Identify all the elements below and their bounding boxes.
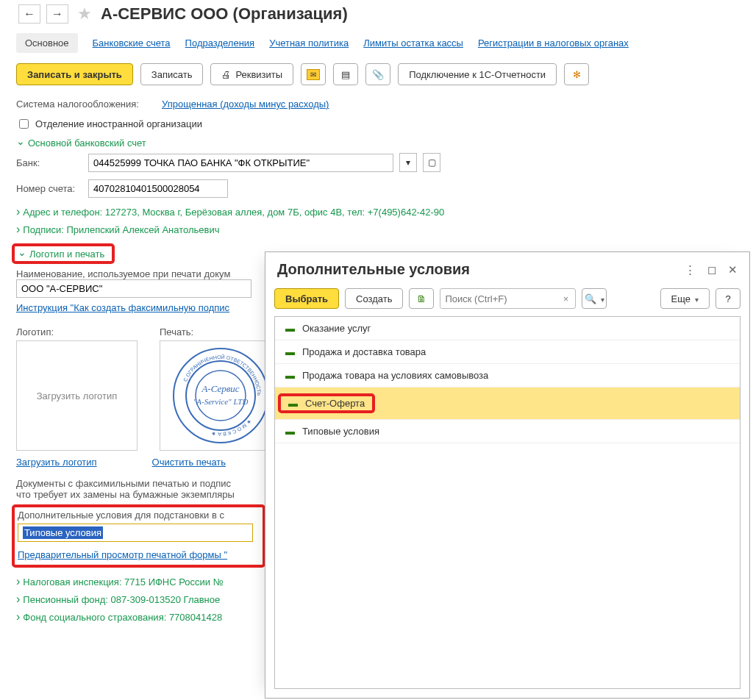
logo-label: Логотип: (16, 326, 138, 338)
tab-divisions[interactable]: Подразделения (185, 38, 255, 49)
favorite-star-icon[interactable]: ★ (77, 4, 92, 24)
main-toolbar: Записать и закрыть Записать 🖨 Реквизиты … (0, 62, 753, 99)
clear-stamp-link[interactable]: Очистить печать (152, 457, 226, 468)
chevron-right-icon (16, 205, 20, 218)
section-tax-inspection-label: Налоговая инспекция: 7715 ИФНС России № (23, 576, 223, 588)
page-title: А-СЕРВИС ООО (Организация) (101, 4, 348, 24)
dialog-restore-icon[interactable]: ◻ (707, 263, 716, 276)
list-item-icon: ▬ (285, 323, 295, 334)
list-item[interactable]: ▬ Типовые условия (275, 420, 740, 443)
printer-icon: 🖨 (221, 69, 231, 80)
bank-input[interactable] (88, 154, 393, 172)
section-signatures-label: Подписи: Прилепский Алексей Анатольевич (23, 224, 219, 235)
chevron-right-icon (16, 223, 20, 236)
print-name-input[interactable] (16, 279, 251, 298)
dialog-select-button[interactable]: Выбрать (274, 288, 339, 309)
tab-cash-limits[interactable]: Лимиты остатка кассы (363, 38, 463, 49)
section-address[interactable]: Адрес и телефон: 127273, Москва г, Берёз… (16, 205, 737, 218)
section-social-insurance-label: Фонд социального страхования: 7708041428 (23, 612, 222, 623)
mail-button[interactable]: ✉ (301, 63, 326, 85)
requisites-label: Реквизиты (235, 69, 282, 80)
tax-system-label: Система налогообложения: (16, 99, 156, 110)
new-doc-icon: 🗎 (417, 293, 427, 304)
svg-point-0 (174, 349, 268, 443)
list-item[interactable]: ▬ Оказание услуг (275, 317, 740, 340)
save-label: Записать (151, 69, 193, 80)
list-item-icon: ▬ (285, 426, 295, 437)
requisites-button[interactable]: 🖨 Реквизиты (210, 63, 293, 85)
nav-forward-button[interactable]: → (46, 4, 68, 24)
dialog-search-wrap: × (440, 288, 576, 309)
svg-text:"A-Service" LTD: "A-Service" LTD (193, 397, 248, 406)
mail-icon: ✉ (307, 69, 320, 80)
paperclip-icon: 📎 (372, 69, 384, 80)
list-item-selected[interactable]: ▬ Счет-Оферта (275, 388, 740, 420)
tab-tax-reg[interactable]: Регистрации в налоговых органах (478, 38, 629, 49)
dialog-title: Дополнительные условия (277, 261, 470, 278)
list-item-icon: ▬ (285, 370, 295, 381)
dialog-select-label: Выбрать (285, 293, 328, 304)
chevron-down-icon (18, 248, 26, 260)
dialog-more-label: Еще (671, 293, 690, 304)
svg-point-2 (196, 371, 246, 421)
foreign-org-checkbox[interactable] (19, 119, 29, 129)
section-bank-account[interactable]: Основной банковский счет (16, 137, 737, 149)
list-item[interactable]: ▬ Продажа товара на условиях самовывоза (275, 364, 740, 388)
extra-conditions-label: Дополнительные условия для подстановки в… (18, 510, 258, 521)
chevron-right-icon (16, 593, 20, 606)
list-item[interactable]: ▬ Продажа и доставка товара (275, 340, 740, 364)
tab-acc-policy[interactable]: Учетная политика (269, 38, 349, 49)
list-item-label: Оказание услуг (302, 323, 371, 334)
nav-back-button[interactable]: ← (18, 4, 40, 24)
bank-open-button[interactable]: ▢ (423, 153, 440, 172)
account-input[interactable] (88, 179, 228, 198)
search-icon: 🔍 (585, 293, 596, 304)
chevron-right-icon (16, 610, 20, 624)
extra-conditions-input[interactable]: Типовые условия (18, 524, 253, 542)
dialog-search-input[interactable] (440, 290, 557, 307)
documents-button[interactable]: ▤ (333, 63, 358, 85)
help-icon: ? (725, 293, 730, 304)
list-item-icon: ▬ (288, 398, 298, 409)
network-icon: ✻ (573, 69, 581, 80)
connect-1c-label: Подключение к 1С-Отчетности (409, 69, 546, 80)
logo-upload-box[interactable]: Загрузить логотип (16, 340, 138, 451)
dialog-help-button[interactable]: ? (715, 288, 740, 309)
dialog-more-button[interactable]: Еще (660, 288, 710, 309)
tab-main[interactable]: Основное (16, 33, 78, 53)
section-pension-fund-label: Пенсионный фонд: 087-309-013520 Главное (23, 594, 220, 605)
dialog-search-clear[interactable]: × (557, 293, 574, 304)
tab-bank-accounts[interactable]: Банковские счета (93, 38, 171, 49)
logo-placeholder-text: Загрузить логотип (37, 390, 118, 401)
foreign-org-label: Отделение иностранной организации (35, 118, 202, 129)
dialog-menu-icon[interactable]: ⋮ (685, 263, 696, 276)
list-item-label: Продажа товара на условиях самовывоза (302, 370, 488, 381)
stamp-image-box[interactable]: А-Сервис "A-Service" LTD С ОГРАНИЧЕННОЙ … (160, 340, 281, 451)
list-item-label: Счет-Оферта (305, 398, 365, 409)
section-bank-account-label: Основной банковский счет (28, 138, 146, 149)
preview-print-form-link[interactable]: Предварительный просмотр печатной формы … (18, 549, 227, 560)
dialog-create-button[interactable]: Создать (345, 288, 403, 309)
bank-dropdown-button[interactable]: ▾ (399, 153, 417, 172)
section-logo-stamp-label: Логотип и печать (29, 249, 104, 260)
list-item-icon: ▬ (285, 346, 295, 357)
network-button[interactable]: ✻ (564, 63, 589, 85)
stamp-label: Печать: (160, 326, 281, 338)
save-close-label: Записать и закрыть (27, 69, 122, 80)
connect-1c-button[interactable]: Подключение к 1С-Отчетности (398, 63, 557, 85)
close-icon[interactable]: ✕ (728, 263, 738, 276)
upload-logo-link[interactable]: Загрузить логотип (16, 457, 97, 468)
section-signatures[interactable]: Подписи: Прилепский Алексей Анатольевич (16, 223, 737, 236)
section-logo-stamp[interactable]: Логотип и печать (18, 248, 104, 260)
list-item-label: Продажа и доставка товара (302, 346, 426, 357)
save-close-button[interactable]: Записать и закрыть (16, 63, 133, 85)
attach-button[interactable]: 📎 (365, 63, 390, 85)
chevron-right-icon (16, 575, 20, 588)
dialog-new-doc-button[interactable]: 🗎 (409, 288, 434, 309)
instruction-link[interactable]: Инструкция "Как создать факсимильную под… (16, 302, 229, 313)
dialog-search-button[interactable]: 🔍 (582, 288, 607, 309)
save-button[interactable]: Записать (140, 63, 204, 85)
extra-conditions-value: Типовые условия (23, 526, 103, 539)
account-label: Номер счета: (16, 183, 82, 194)
tax-system-link[interactable]: Упрощенная (доходы минус расходы) (162, 99, 329, 110)
